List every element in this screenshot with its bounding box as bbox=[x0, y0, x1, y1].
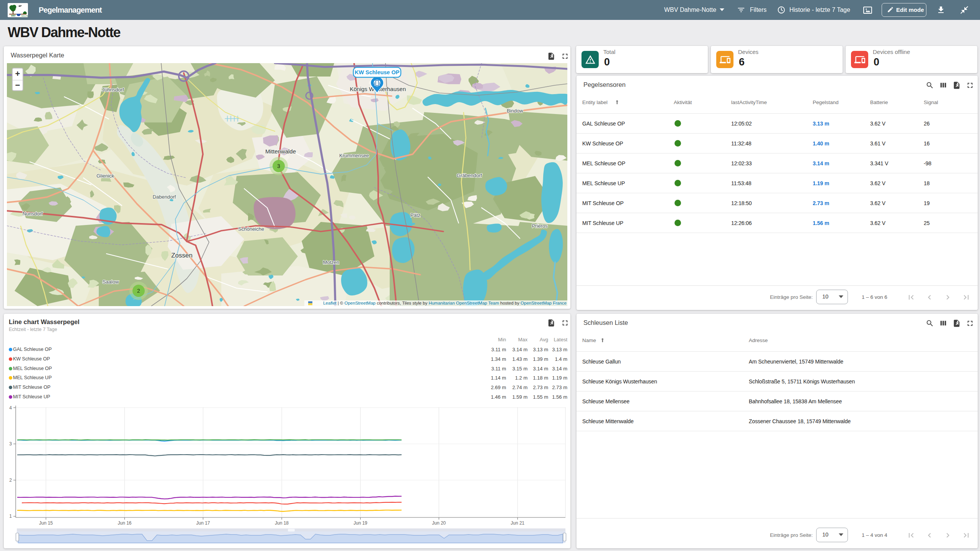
svg-text:Gräbendorf: Gräbendorf bbox=[457, 173, 482, 178]
svg-text:Jun 17: Jun 17 bbox=[196, 520, 210, 526]
svg-text:Jun 19: Jun 19 bbox=[353, 520, 367, 526]
svg-text:Jun 21: Jun 21 bbox=[511, 520, 524, 526]
svg-text:3: 3 bbox=[277, 163, 280, 169]
svg-text:Mittenwalde: Mittenwalde bbox=[265, 148, 296, 155]
svg-text:Dabendorf: Dabendorf bbox=[153, 194, 176, 200]
svg-text:Krummensee: Krummensee bbox=[339, 153, 369, 158]
svg-text:Nunsdorf: Nunsdorf bbox=[23, 211, 43, 217]
svg-text:Glienick: Glienick bbox=[96, 173, 114, 179]
svg-text:Prieros: Prieros bbox=[532, 223, 548, 229]
svg-text:2: 2 bbox=[137, 288, 140, 294]
svg-text:Jun 16: Jun 16 bbox=[118, 520, 131, 526]
svg-text:Zossen: Zossen bbox=[171, 252, 193, 259]
svg-text:4: 4 bbox=[9, 405, 12, 411]
svg-text:Jun 15: Jun 15 bbox=[39, 520, 53, 526]
svg-text:Dahme-Notte: Dahme-Notte bbox=[21, 15, 28, 17]
svg-text:1: 1 bbox=[9, 514, 12, 519]
svg-text:Jun 20: Jun 20 bbox=[432, 520, 446, 526]
svg-text:Schöneiche: Schöneiche bbox=[238, 226, 264, 232]
svg-text:WBV: WBV bbox=[11, 15, 16, 17]
svg-text:KW Schleuse OP: KW Schleuse OP bbox=[355, 69, 400, 75]
svg-text:3: 3 bbox=[9, 441, 12, 447]
svg-text:Motzen: Motzen bbox=[323, 259, 340, 265]
svg-text:Saalow: Saalow bbox=[103, 279, 119, 285]
svg-text:Jun 18: Jun 18 bbox=[275, 520, 289, 526]
svg-text:Leaflet | © OpenStreetMap cont: Leaflet | © OpenStreetMap contributors, … bbox=[323, 301, 567, 305]
svg-text:2: 2 bbox=[9, 478, 12, 483]
svg-text:Jühnsdorf: Jühnsdorf bbox=[102, 87, 124, 93]
svg-text:Pätz: Pätz bbox=[410, 212, 420, 218]
svg-text:Bindow: Bindow bbox=[507, 108, 523, 114]
